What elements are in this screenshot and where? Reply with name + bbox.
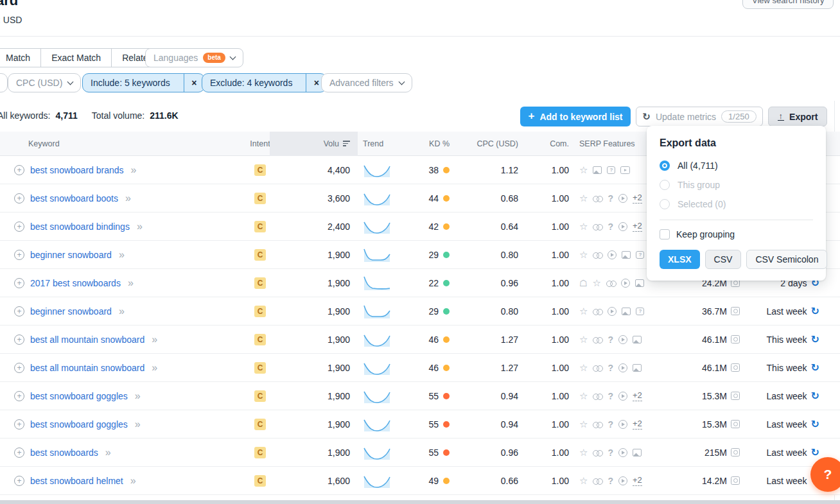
add-keyword-icon[interactable]: + [14, 335, 24, 345]
more-features-badge[interactable]: +2 [633, 475, 642, 486]
keyword-link[interactable]: beginner snowboard [30, 306, 112, 317]
add-keyword-icon[interactable]: + [14, 391, 24, 401]
export-button[interactable]: ↑ Export [768, 107, 827, 126]
remove-include-filter-button[interactable]: × [184, 74, 204, 92]
serp-preview-icon[interactable] [731, 307, 740, 315]
video-play-icon [608, 250, 617, 259]
trend-sparkline [363, 388, 391, 404]
add-keyword-icon[interactable]: + [14, 165, 24, 175]
cpc-filter-dropdown[interactable]: CPC (USD) [8, 73, 81, 92]
languages-dropdown[interactable]: Languages beta [145, 48, 243, 67]
column-header-kd[interactable]: KD % [405, 139, 450, 148]
expand-keyword-icon[interactable]: » [152, 335, 157, 345]
keyword-link[interactable]: best snowboard bindings [30, 222, 130, 232]
add-keyword-icon[interactable]: + [14, 222, 24, 232]
add-keyword-icon[interactable]: + [14, 278, 24, 288]
question-icon: ? [608, 335, 613, 345]
help-button[interactable]: ? [810, 457, 840, 492]
update-metrics-button[interactable]: ↻ Update metrics 1/250 [636, 107, 763, 126]
expand-keyword-icon[interactable]: » [119, 306, 125, 317]
expand-keyword-icon[interactable]: » [119, 250, 125, 260]
link-icon [593, 478, 602, 484]
refresh-icon[interactable]: ↻ [811, 419, 819, 430]
keyword-link[interactable]: best snowboard goggles [30, 391, 128, 401]
column-header-cpc[interactable]: CPC (USD) [450, 139, 523, 148]
expand-keyword-icon[interactable]: » [125, 193, 131, 204]
column-header-intent[interactable]: Intent [250, 139, 270, 148]
keyword-link[interactable]: beginner snowboard [30, 250, 112, 260]
view-search-history-button[interactable]: View search history [742, 0, 834, 9]
keyword-link[interactable]: best all mountain snowboard [30, 363, 144, 373]
keep-grouping-option[interactable]: Keep grouping [660, 229, 813, 239]
export-csv-button[interactable]: CSV [705, 250, 742, 269]
filter-pill-clipped[interactable] [0, 73, 8, 92]
add-keyword-icon[interactable]: + [14, 448, 24, 458]
link-icon [593, 308, 602, 315]
volume-value: 1,900 [270, 306, 358, 317]
add-keyword-icon[interactable]: + [14, 250, 24, 260]
results-cell: 36.7M [649, 306, 745, 317]
keyword-link[interactable]: best snowboard helmet [30, 476, 123, 486]
expand-keyword-icon[interactable]: » [131, 165, 137, 175]
add-keyword-icon[interactable]: + [14, 306, 24, 317]
more-features-badge[interactable]: +2 [633, 390, 642, 401]
refresh-icon[interactable]: ↻ [811, 335, 819, 345]
serp-preview-icon[interactable] [731, 392, 740, 400]
advanced-filters-dropdown[interactable]: Advanced filters [321, 73, 412, 92]
radio-selected-icon[interactable] [660, 161, 670, 171]
radio-unselected-icon[interactable] [660, 180, 670, 190]
refresh-icon[interactable]: ↻ [811, 391, 819, 401]
serp-features-cell: ☖☆ [569, 278, 649, 288]
tab-broad-match[interactable]: Match [0, 48, 41, 67]
serp-preview-icon[interactable] [731, 476, 740, 485]
keyword-link[interactable]: best snowboard goggles [30, 419, 128, 430]
tab-exact-match[interactable]: Exact Match [41, 48, 112, 67]
refresh-icon[interactable]: ↻ [811, 306, 819, 317]
add-keyword-icon[interactable]: + [14, 193, 24, 204]
expand-keyword-icon[interactable]: » [137, 222, 143, 232]
keyword-link[interactable]: best snowboard boots [30, 193, 118, 204]
column-header-serp-features[interactable]: SERP Features [569, 139, 649, 148]
expand-keyword-icon[interactable]: » [130, 476, 136, 486]
column-header-keyword[interactable]: Keyword [6, 139, 250, 148]
column-header-trend[interactable]: Trend [358, 139, 405, 148]
add-to-keyword-list-button[interactable]: + Add to keyword list [520, 107, 631, 126]
export-option-selected[interactable]: Selected (0) [660, 198, 813, 211]
add-keyword-icon[interactable]: + [14, 419, 24, 430]
more-features-badge[interactable]: +2 [633, 419, 642, 430]
keyword-link[interactable]: best snowboard brands [30, 165, 124, 175]
serp-preview-icon[interactable] [731, 448, 740, 456]
export-option-this-group[interactable]: This group [660, 178, 813, 191]
include-filter-pill[interactable]: Include: 5 keywords × [82, 73, 205, 92]
export-csv-semicolon-button[interactable]: CSV Semicolon [746, 250, 827, 269]
more-features-badge[interactable]: +2 [633, 221, 642, 232]
expand-keyword-icon[interactable]: » [135, 419, 141, 430]
add-keyword-icon[interactable]: + [14, 476, 24, 486]
column-header-volume[interactable]: Volu [270, 132, 358, 156]
keyword-link[interactable]: 2017 best snowboards [30, 278, 121, 288]
add-keyword-icon[interactable]: + [14, 363, 24, 373]
keyword-link[interactable]: best snowboards [30, 448, 98, 458]
export-xlsx-button[interactable]: XLSX [660, 250, 700, 269]
expand-keyword-icon[interactable]: » [105, 448, 111, 458]
export-option-all[interactable]: All (4,711) [660, 159, 813, 172]
refresh-icon[interactable]: ↻ [811, 363, 819, 373]
serp-preview-icon[interactable] [731, 363, 740, 372]
keep-grouping-checkbox[interactable] [660, 229, 670, 239]
more-features-badge[interactable]: +2 [633, 193, 642, 204]
com-value: 1.00 [523, 222, 569, 232]
expand-keyword-icon[interactable]: » [128, 278, 134, 288]
column-header-com[interactable]: Com. [523, 139, 569, 148]
cpc-value: 0.66 [450, 476, 523, 486]
expand-keyword-icon[interactable]: » [152, 363, 157, 373]
image-icon [633, 449, 642, 456]
serp-preview-icon[interactable] [731, 335, 740, 343]
serp-preview-icon[interactable] [731, 420, 740, 428]
exclude-filter-pill[interactable]: Exclude: 4 keywords × [202, 73, 327, 92]
keyword-link[interactable]: best all mountain snowboard [30, 335, 144, 345]
refresh-icon[interactable]: ↻ [811, 448, 819, 458]
serp-features-cell: ☆? [569, 335, 649, 345]
expand-keyword-icon[interactable]: » [135, 391, 141, 401]
sort-descending-icon [343, 141, 350, 146]
radio-unselected-icon[interactable] [660, 199, 670, 209]
